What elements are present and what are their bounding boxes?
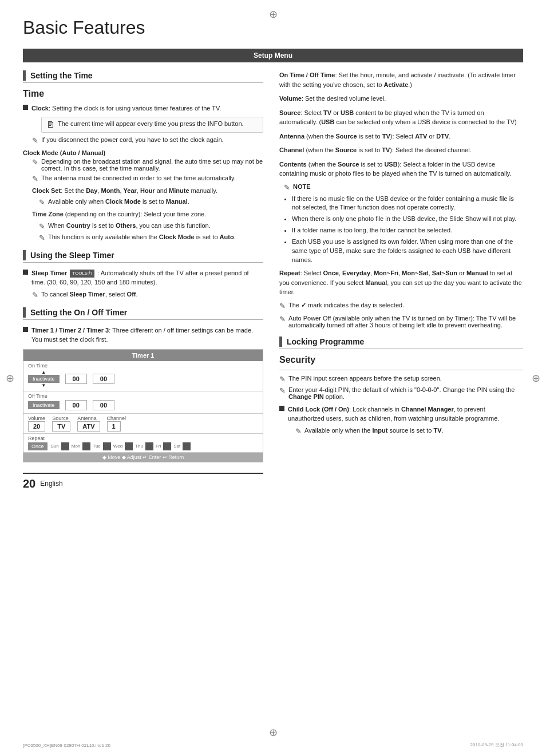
usb-bold3: USB	[384, 161, 397, 168]
note-bullet-1: If there is no music file on the USB dev…	[292, 195, 523, 213]
note-list: If there is no music file on the USB dev…	[292, 195, 523, 266]
child-lock-note-text: Available only when the Input source is …	[304, 427, 444, 434]
on-off-time-bold: On Time / Off Time	[279, 72, 335, 78]
clock-mode-bold: Clock Mode	[105, 198, 141, 205]
manual-bold3: Manual	[365, 279, 387, 286]
on-time-controls: ▲ Inactivate ▼ 00 00	[23, 369, 263, 389]
off-num1[interactable]: 00	[65, 400, 87, 410]
tue-label: Tue	[93, 444, 101, 449]
on-num1[interactable]: 00	[65, 374, 87, 384]
wed-box	[125, 442, 133, 450]
volume-para: Volume: Set the desired volume level.	[279, 94, 523, 104]
once-bold: Once	[323, 270, 339, 276]
time-zone-bold: Time Zone	[32, 211, 64, 217]
channel-text3: ): Select the desired channel.	[390, 147, 471, 153]
clock-mode-note1: ✎ Depending on the broadcast station and…	[32, 158, 263, 172]
section-setting-time-header: Setting the Time	[23, 70, 263, 83]
timer-table-header: Timer 1	[23, 350, 263, 361]
tv-bold3: TV	[382, 147, 390, 153]
volume-val[interactable]: 20	[28, 421, 45, 432]
section-locking-title: Locking Programme	[287, 337, 364, 346]
day-boxes: Sun Mon Tue Wed Thu Fri Sa	[51, 442, 191, 450]
time-zone-note1-text: When Country is set to Others, you can u…	[48, 222, 211, 229]
channel-group: Channel 1	[107, 415, 126, 432]
off-inactivate-btn[interactable]: Inactivate	[28, 401, 60, 409]
clock-mode-note1-text: Depending on the broadcast station and s…	[41, 158, 263, 172]
setup-menu-bar: Setup Menu	[23, 49, 523, 62]
channel-label: Channel	[107, 415, 126, 421]
section-locking-header: Locking Programme	[279, 337, 523, 349]
repeat-or: or	[457, 270, 466, 276]
vsac-row: Volume 20 Source TV Antenna ATV Channel …	[23, 414, 263, 434]
off-bold: Off	[127, 291, 136, 298]
fri-box	[163, 442, 171, 450]
note-pencil-icon4: ✎	[39, 198, 45, 207]
auto-power-off-text: Auto Power Off (available only when the …	[288, 315, 523, 328]
sleep-timer-cancel-bold: Sleep Timer	[70, 291, 105, 298]
info-box-indent: 🖹 The current time will appear every tim…	[32, 117, 263, 133]
clock-mode-heading: Clock Mode (Auto / Manual)	[23, 149, 263, 156]
source-end: can be selected only when a USB device i…	[334, 118, 516, 125]
repeat-row: Repeat Once Sun Mon Tue Wed Thu	[23, 434, 263, 453]
off-time-label: Off Time	[23, 393, 263, 399]
channel-para: Channel (when the Source is set to TV): …	[279, 145, 523, 155]
child-lock-text1: : Lock channels in	[349, 406, 401, 413]
note-pencil-icon2: ✎	[32, 158, 38, 167]
tools-badge: TOOLS力	[70, 270, 94, 278]
hour-bold: Hour	[140, 187, 155, 194]
sleep-timer-note-text: To cancel Sleep Timer, select Off.	[41, 291, 138, 298]
manually-text: manually.	[189, 187, 217, 194]
note-pencil-icon11: ✎	[279, 375, 286, 383]
source-para: Source: Select TV or USB content to be p…	[279, 108, 523, 127]
clock-note1: ✎ If you disconnect the power cord, you …	[32, 136, 263, 145]
volume-label: Volume	[28, 415, 45, 421]
section-bar-icon3	[23, 307, 26, 318]
sleep-timer-note: ✎ To cancel Sleep Timer, select Off.	[32, 291, 263, 299]
change-pin-bold: Change PIN	[288, 393, 324, 400]
section-bar-icon	[23, 70, 26, 81]
antenna-label: Antenna	[77, 415, 97, 421]
on-inactivate-btn[interactable]: Inactivate	[28, 375, 60, 383]
right-column: On Time / Off Time: Set the hour, minute…	[279, 70, 523, 490]
time-zone-note2-text: This function is only available when the…	[48, 233, 236, 240]
atv-bold: ATV	[415, 133, 427, 140]
checkmark-bold: ✓	[301, 302, 306, 308]
sun-label: Sun	[51, 444, 59, 449]
antenna-group: Antenna ATV	[77, 415, 100, 432]
time-zone-note2: ✎ This function is only available when t…	[39, 233, 263, 242]
source-bold2: Source	[335, 133, 357, 140]
footer-file-info: [PC6500_XH]BN68-02807H-02L10.indb 20	[23, 743, 110, 748]
repeat-controls: Once Sun Mon Tue Wed Thu Fri	[28, 441, 258, 450]
sat-label: Sat	[173, 444, 180, 449]
clock-text: Clock: Setting the clock is for using va…	[31, 104, 263, 113]
source-bold3: Source	[335, 147, 357, 153]
mon-box	[82, 442, 90, 450]
info-box-text: The current time will appear every time …	[58, 120, 244, 127]
antenna-text1: (when the	[304, 133, 335, 140]
on-num2[interactable]: 00	[93, 374, 114, 384]
sleep-timer-bold: Sleep Timer	[31, 270, 67, 276]
antenna-val[interactable]: ATV	[77, 421, 100, 432]
repeat-once-btn[interactable]: Once	[28, 442, 48, 450]
note-header-row: ✎ NOTE	[284, 183, 523, 192]
channel-text1: (when the	[304, 147, 335, 153]
repeat-bold: Repeat	[279, 270, 300, 276]
volume-group: Volume 20	[28, 415, 45, 432]
source-text: : Select	[300, 109, 323, 116]
contents-text2: is set to	[359, 161, 384, 168]
antenna-text3: ): Select	[390, 133, 415, 140]
section-sleep-timer-header: Using the Sleep Timer	[23, 250, 263, 263]
source-val[interactable]: TV	[52, 421, 70, 432]
wed-label: Wed	[113, 444, 122, 449]
on-time-section: On Time ▲ Inactivate ▼ 00 00	[23, 361, 263, 391]
off-num2[interactable]: 00	[93, 400, 114, 410]
mon-label: Mon	[72, 444, 81, 449]
timer-nav-row: ◆ Move ◆ Adjust ↵ Enter ↩ Return	[23, 453, 263, 462]
crosshair-right: ⊕	[532, 372, 540, 385]
note-pencil-icon: ✎	[32, 136, 38, 145]
security-hr	[279, 370, 523, 370]
security-note1: ✎ The PIN input screen appears before th…	[279, 375, 523, 383]
antenna-bold: Antenna	[279, 133, 304, 140]
page-language: English	[40, 480, 62, 488]
channel-val[interactable]: 1	[107, 421, 121, 432]
